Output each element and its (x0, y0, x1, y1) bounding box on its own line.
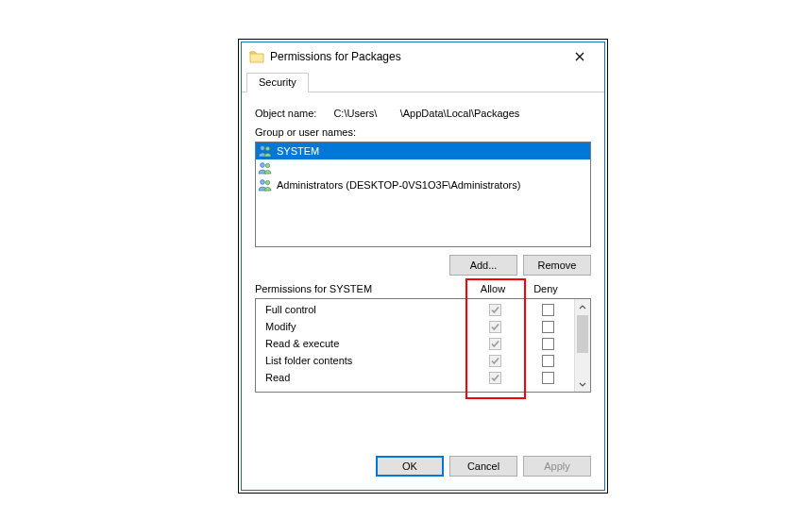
object-name-value: C:\Users\ \AppData\Local\Packages (333, 108, 519, 119)
permission-name: Read & execute (256, 338, 468, 349)
permission-name: Read (256, 372, 468, 383)
permissions-dialog: Permissions for Packages Security Object… (241, 42, 605, 491)
scroll-up-button[interactable] (575, 299, 590, 315)
permission-row: Read (256, 369, 574, 386)
add-button[interactable]: Add... (449, 255, 517, 276)
permission-row: Full control (256, 301, 574, 318)
principal-row[interactable]: Administrators (DESKTOP-0VS1O3F\Administ… (256, 176, 590, 193)
chevron-down-icon (579, 380, 586, 388)
close-button[interactable] (561, 43, 599, 70)
ok-button[interactable]: OK (376, 456, 444, 477)
principal-buttons: Add... Remove (255, 255, 591, 276)
allow-checkbox (489, 372, 501, 384)
tab-strip: Security (242, 73, 604, 92)
object-name-label: Object name: (255, 108, 316, 119)
permissions-listbox: Full controlModifyRead & executeList fol… (255, 298, 591, 393)
deny-checkbox[interactable] (542, 338, 554, 350)
principals-listbox[interactable]: SYSTEMAdministrators (DESKTOP-0VS1O3F\Ad… (255, 142, 591, 247)
scrollbar[interactable] (574, 299, 590, 392)
svg-point-5 (265, 180, 269, 184)
svg-point-1 (265, 146, 269, 150)
allow-header: Allow (466, 283, 519, 294)
deny-checkbox[interactable] (542, 304, 554, 316)
remove-button[interactable]: Remove (523, 255, 591, 276)
permissions-caption: Permissions for SYSTEM (255, 283, 466, 294)
permission-row: Modify (256, 318, 574, 335)
principal-row[interactable] (256, 159, 590, 176)
permission-row: Read & execute (256, 335, 574, 352)
allow-checkbox (489, 304, 501, 316)
allow-checkbox (489, 355, 501, 367)
svg-point-3 (265, 163, 269, 167)
principal-label: Administrators (DESKTOP-0VS1O3F\Administ… (277, 179, 520, 191)
svg-point-0 (261, 146, 265, 151)
apply-button[interactable]: Apply (523, 456, 591, 477)
object-name-row: Object name: C:\Users\ \AppData\Local\Pa… (255, 108, 591, 119)
folder-icon (249, 49, 264, 64)
deny-checkbox[interactable] (542, 321, 554, 333)
window-frame: Permissions for Packages Security Object… (238, 39, 608, 494)
scroll-down-button[interactable] (575, 376, 590, 392)
principal-row[interactable]: SYSTEM (256, 142, 590, 159)
chevron-up-icon (579, 304, 586, 311)
scroll-track[interactable] (575, 353, 590, 376)
deny-checkbox[interactable] (542, 355, 554, 367)
dialog-buttons: OK Cancel Apply (242, 444, 604, 490)
deny-header: Deny (519, 283, 572, 294)
permission-name: Modify (256, 321, 468, 332)
tab-body: Object name: C:\Users\ \AppData\Local\Pa… (242, 92, 604, 444)
scroll-thumb[interactable] (577, 315, 588, 353)
permission-row: List folder contents (256, 352, 574, 369)
svg-point-4 (261, 180, 265, 185)
permission-name: Full control (256, 304, 468, 315)
tab-security[interactable]: Security (246, 73, 309, 92)
permissions-header: Permissions for SYSTEM Allow Deny (255, 283, 591, 294)
svg-point-2 (261, 163, 265, 168)
window-title: Permissions for Packages (270, 50, 561, 63)
titlebar: Permissions for Packages (242, 42, 604, 71)
cancel-button[interactable]: Cancel (449, 456, 517, 477)
group-label: Group or user names: (255, 126, 591, 138)
principal-label: SYSTEM (277, 145, 319, 157)
people-icon (258, 161, 273, 175)
permission-name: List folder contents (256, 355, 468, 366)
close-icon (575, 52, 584, 61)
allow-checkbox (489, 321, 501, 333)
deny-checkbox[interactable] (542, 372, 554, 384)
people-icon (258, 178, 273, 192)
allow-checkbox (489, 338, 501, 350)
people-icon (258, 144, 273, 158)
